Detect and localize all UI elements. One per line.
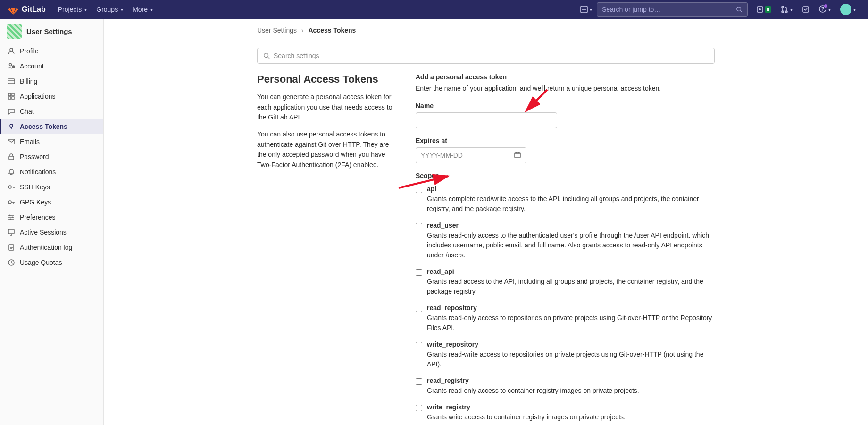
issues-icon (756, 6, 764, 13)
scope-desc: Grants read-only access to container reg… (427, 386, 715, 396)
expires-input-wrap[interactable] (416, 147, 526, 163)
nav-issues[interactable]: 9 (751, 6, 776, 13)
plus-square-icon (580, 6, 588, 13)
sidebar-context-header[interactable]: User Settings (0, 19, 103, 43)
chevron-down-icon: ▾ (121, 7, 123, 12)
svg-rect-18 (8, 139, 15, 144)
scopes-heading: Scopes (416, 172, 715, 179)
sidebar-item-profile[interactable]: Profile (0, 43, 103, 59)
main-content: User Settings › Access Tokens Personal A… (104, 19, 868, 425)
chevron-down-icon: ▾ (84, 7, 87, 12)
svg-rect-16 (12, 97, 14, 99)
mail-icon (8, 138, 15, 145)
chevron-down-icon: ▾ (828, 7, 831, 12)
intro-paragraph-1: You can generate a personal access token… (257, 92, 399, 123)
settings-search-input[interactable] (274, 52, 709, 60)
scope-desc: Grants write access to container registr… (427, 412, 715, 422)
sidebar-item-emails[interactable]: Emails (0, 134, 103, 149)
svg-rect-29 (515, 153, 520, 158)
global-search[interactable] (597, 2, 748, 17)
sidebar-item-notifications[interactable]: Notifications (0, 164, 103, 179)
nav-groups[interactable]: Groups▾ (92, 6, 128, 13)
scope-item-read_registry: read_registryGrants read-only access to … (416, 377, 715, 396)
scope-item-read_user: read_userGrants read-only access to the … (416, 221, 715, 260)
profile-icon (8, 47, 15, 55)
sidebar-item-applications[interactable]: Applications (0, 89, 103, 104)
scope-desc: Grants complete read/write access to the… (427, 194, 715, 214)
gitlab-logo[interactable]: GitLab (8, 4, 46, 15)
scope-checkbox-read_user[interactable] (416, 223, 422, 230)
svg-point-20 (8, 186, 11, 188)
account-icon (8, 62, 15, 70)
search-icon (736, 6, 743, 13)
merge-request-icon (781, 6, 788, 13)
scope-checkbox-read_api[interactable] (416, 269, 422, 276)
lock-icon (8, 153, 15, 161)
chevron-down-icon: ▾ (590, 7, 592, 12)
svg-point-1 (737, 7, 741, 11)
scope-desc: Grants read-only access to repositories … (427, 313, 715, 333)
sidebar-item-billing[interactable]: Billing (0, 74, 103, 89)
svg-rect-15 (8, 97, 11, 99)
sidebar-item-chat[interactable]: Chat (0, 104, 103, 119)
nav-merge-requests[interactable]: ▾ (776, 6, 797, 13)
page-title: Personal Access Tokens (257, 73, 399, 85)
scope-name: api (427, 185, 715, 193)
scope-item-write_registry: write_registryGrants write access to con… (416, 403, 715, 422)
scope-desc: Grants read access to the API, including… (427, 277, 715, 297)
name-input[interactable] (416, 112, 557, 128)
form-intro-text: Enter the name of your application, and … (416, 84, 715, 94)
svg-rect-25 (8, 230, 14, 234)
svg-rect-13 (8, 94, 11, 96)
svg-point-17 (10, 124, 13, 127)
scope-name: read_repository (427, 304, 715, 312)
nav-help[interactable]: ▾ (814, 5, 835, 14)
svg-point-28 (264, 53, 268, 58)
nav-projects[interactable]: Projects▾ (53, 6, 92, 13)
svg-point-10 (9, 64, 12, 66)
sidebar-item-ssh-keys[interactable]: SSH Keys (0, 179, 103, 195)
nav-more[interactable]: More▾ (128, 6, 158, 13)
nav-todos[interactable] (797, 6, 814, 13)
svg-point-21 (8, 201, 11, 204)
svg-point-9 (10, 48, 13, 51)
scope-name: read_registry (427, 377, 715, 384)
breadcrumb-root[interactable]: User Settings (257, 26, 297, 34)
scope-checkbox-write_registry[interactable] (416, 405, 422, 411)
token-icon (8, 123, 15, 130)
key-icon (8, 183, 15, 191)
svg-rect-14 (12, 94, 14, 96)
scope-checkbox-read_repository[interactable] (416, 306, 422, 312)
sidebar-item-auth-log[interactable]: Authentication log (0, 240, 103, 255)
sidebar-item-preferences[interactable]: Preferences (0, 210, 103, 225)
settings-sidebar: User Settings Profile Account Billing Ap… (0, 19, 104, 425)
expires-input[interactable] (421, 152, 514, 159)
scope-checkbox-read_registry[interactable] (416, 378, 422, 385)
sidebar-title: User Settings (26, 27, 72, 35)
scope-desc: Grants read-only access to the authentic… (427, 230, 715, 260)
sidebar-item-access-tokens[interactable]: Access Tokens (0, 119, 103, 134)
sidebar-item-gpg-keys[interactable]: GPG Keys (0, 195, 103, 210)
nav-user-menu[interactable]: ▾ (835, 4, 860, 15)
svg-rect-19 (9, 156, 14, 160)
user-identicon (7, 24, 22, 39)
scope-checkbox-write_repository[interactable] (416, 342, 422, 348)
issues-badge: 9 (765, 6, 771, 13)
applications-icon (8, 93, 15, 100)
calendar-icon[interactable] (514, 151, 521, 160)
top-navbar: GitLab Projects▾ Groups▾ More▾ ▾ 9 ▾ ▾ ▾ (0, 0, 868, 19)
sidebar-item-usage-quotas[interactable]: Usage Quotas (0, 255, 103, 270)
scope-item-write_repository: write_repositoryGrants read-write access… (416, 340, 715, 369)
sidebar-item-password[interactable]: Password (0, 149, 103, 164)
scope-item-api: apiGrants complete read/write access to … (416, 185, 715, 214)
breadcrumb-current: Access Tokens (309, 26, 356, 34)
search-input[interactable] (602, 6, 736, 13)
settings-search-box[interactable] (257, 48, 715, 64)
sidebar-item-account[interactable]: Account (0, 59, 103, 74)
sidebar-item-active-sessions[interactable]: Active Sessions (0, 225, 103, 240)
scope-checkbox-api[interactable] (416, 187, 422, 193)
todo-icon (802, 6, 810, 13)
scope-name: write_repository (427, 340, 715, 348)
nav-plus[interactable]: ▾ (576, 6, 597, 13)
scope-name: read_user (427, 221, 715, 229)
